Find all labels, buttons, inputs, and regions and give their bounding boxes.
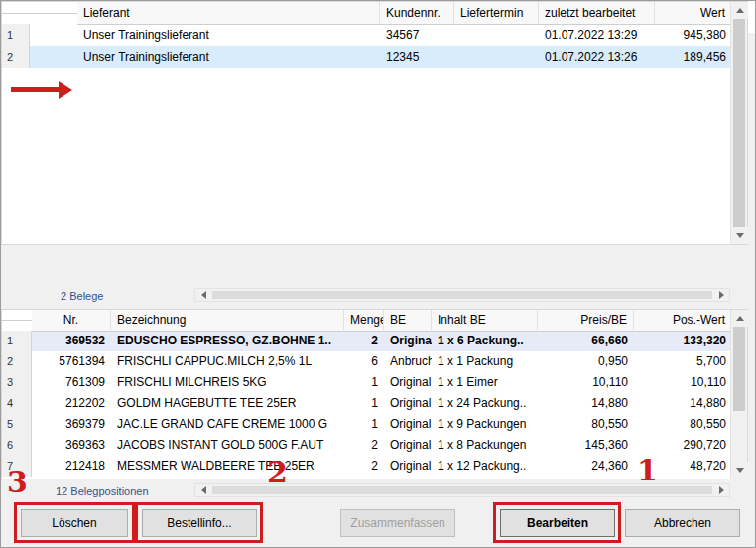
- scroll-down-icon[interactable]: [731, 227, 748, 244]
- positions-vertical-scrollbar[interactable]: [730, 310, 747, 479]
- scroll-up-icon[interactable]: [731, 2, 748, 19]
- orders-table: Lieferant Kundennr. Liefertermin zuletzt…: [1, 1, 748, 245]
- header-marker[interactable]: [30, 13, 77, 14]
- cell-nr: 369379: [32, 414, 111, 435]
- bearbeiten-button[interactable]: Bearbeiten: [500, 509, 615, 537]
- cell-menge: 1: [344, 372, 384, 393]
- annotation-number-3: 3: [7, 468, 28, 497]
- row-number: 5: [2, 414, 32, 435]
- annotation-arrow: [11, 87, 59, 92]
- row-number: 6: [2, 435, 32, 456]
- positions-count-label: 12 Belegpositionen: [56, 485, 149, 497]
- cell-menge: 2: [344, 456, 384, 477]
- cell-preis: 14,880: [538, 393, 634, 414]
- orders-table-header: Lieferant Kundennr. Liefertermin zuletzt…: [2, 2, 747, 24]
- scrollbar-thumb[interactable]: [733, 19, 745, 227]
- cell-preis: 145,360: [538, 435, 634, 456]
- cell-wert: 189,456: [655, 46, 732, 68]
- scrollbar-thumb[interactable]: [733, 327, 745, 411]
- cell-be: Original: [384, 331, 432, 351]
- cell-inhalt: 1 x 9 Packungen: [432, 414, 538, 435]
- cell-bezeichnung: FRISCHLI CAPPUC.MILCH 2,5% 1L: [111, 351, 344, 372]
- cell-poswert: 10,110: [634, 372, 732, 393]
- cell-be: Anbruch: [384, 351, 432, 372]
- cell-lieferant: Unser Trainingslieferant: [77, 46, 380, 68]
- cell-bezeichnung: JACOBS INSTANT GOLD 500G F.AUT: [111, 435, 344, 456]
- cell-menge: 1: [344, 393, 384, 414]
- bestellinfo-button[interactable]: Bestellinfo...: [142, 509, 257, 537]
- header-lieferant[interactable]: Lieferant: [77, 2, 380, 25]
- cell-be: Original: [384, 393, 432, 414]
- cell-preis: 80,550: [538, 414, 634, 435]
- cell-inhalt: 1 x 1 Packung: [432, 351, 538, 372]
- row-number: 3: [2, 372, 32, 393]
- scrollbar-thumb[interactable]: [212, 291, 712, 299]
- cell-be: Original: [384, 435, 432, 456]
- positions-table-header: Nr. Bezeichnung Menge BE Inhalt BE Preis…: [2, 310, 747, 331]
- position-row[interactable]: 2 5761394 FRISCHLI CAPPUC.MILCH 2,5% 1L …: [2, 351, 747, 372]
- cell-kundennr: 12345: [380, 46, 454, 68]
- cell-nr: 761309: [32, 372, 111, 393]
- position-row[interactable]: 6 369363 JACOBS INSTANT GOLD 500G F.AUT …: [2, 435, 747, 456]
- cell-poswert: 14,880: [634, 393, 732, 414]
- position-row[interactable]: 7 212418 MESSMER WALDBEERE TEE 25ER 2 Or…: [2, 456, 747, 477]
- cell-lieferant: Unser Trainingslieferant: [77, 24, 380, 46]
- scroll-left-icon[interactable]: [195, 484, 211, 496]
- scroll-right-icon[interactable]: [713, 484, 729, 496]
- row-number: 2: [2, 46, 30, 68]
- cell-poswert: 5,700: [634, 351, 732, 372]
- cell-be: Original: [384, 456, 432, 477]
- position-row-selected[interactable]: 1 369532 EDUSCHO ESPRESSO, GZ.BOHNE 1.. …: [2, 331, 747, 351]
- scroll-left-icon[interactable]: [195, 289, 211, 301]
- header-liefertermin[interactable]: Liefertermin: [454, 2, 539, 25]
- header-preis-be[interactable]: Preis/BE: [538, 310, 634, 332]
- cell-nr: 212202: [32, 393, 111, 414]
- cell-menge: 2: [344, 435, 384, 456]
- scroll-right-icon[interactable]: [713, 289, 729, 301]
- loeschen-button[interactable]: Löschen: [21, 509, 128, 537]
- cell-bezeichnung: MESSMER WALDBEERE TEE 25ER: [111, 456, 344, 477]
- header-nr[interactable]: Nr.: [32, 310, 111, 332]
- header-blank: [2, 320, 32, 321]
- header-wert[interactable]: Wert: [655, 2, 732, 25]
- header-be[interactable]: BE: [384, 310, 432, 332]
- header-zuletzt-bearbeitet[interactable]: zuletzt bearbeitet: [539, 2, 655, 25]
- cell-inhalt: 1 x 24 Packung..: [432, 393, 538, 414]
- abbrechen-button[interactable]: Abbrechen: [625, 509, 740, 537]
- annotation-arrow-head: [59, 81, 72, 99]
- position-row[interactable]: 5 369379 JAC.LE GRAND CAFE CREME 1000 G …: [2, 414, 747, 435]
- cell-preis: 0,950: [538, 351, 634, 372]
- order-row-selected[interactable]: 2 Unser Trainingslieferant 12345 01.07.2…: [2, 46, 747, 68]
- scroll-up-icon[interactable]: [731, 310, 748, 327]
- cell-bearbeitet: 01.07.2022 13:29: [539, 24, 655, 46]
- cell-bezeichnung: JAC.LE GRAND CAFE CREME 1000 G: [111, 414, 344, 435]
- cell-inhalt: 1 x 8 Packungen: [432, 435, 538, 456]
- row-number: 2: [2, 351, 32, 372]
- cell-bezeichnung: FRISCHLI MILCHREIS 5KG: [111, 372, 344, 393]
- cell-be: Original: [384, 372, 432, 393]
- header-menge[interactable]: Menge: [344, 310, 384, 332]
- zusammenfassen-button: Zusammenfassen: [340, 509, 455, 537]
- cell-menge: 6: [344, 351, 384, 372]
- cell-poswert: 80,550: [634, 414, 732, 435]
- cell-inhalt: 1 x 1 Eimer: [432, 372, 538, 393]
- orders-vertical-scrollbar[interactable]: [730, 2, 747, 244]
- cell-bearbeitet: 01.07.2022 13:26: [539, 46, 655, 68]
- cell-inhalt: 1 x 12 Packung..: [432, 456, 538, 477]
- scroll-down-icon[interactable]: [731, 462, 748, 479]
- header-inhalt-be[interactable]: Inhalt BE: [432, 310, 538, 332]
- header-bezeichnung[interactable]: Bezeichnung: [111, 310, 344, 332]
- order-row[interactable]: 1 Unser Trainingslieferant 34567 01.07.2…: [2, 24, 747, 46]
- header-kundennr[interactable]: Kundennr.: [380, 2, 454, 25]
- annotation-number-1: 1: [637, 456, 658, 485]
- cell-kundennr: 34567: [380, 24, 454, 46]
- cell-inhalt: 1 x 6 Packung..: [432, 331, 538, 351]
- orders-horizontal-scrollbar[interactable]: [194, 288, 730, 302]
- position-row[interactable]: 4 212202 GOLDM HAGEBUTTE TEE 25ER 1 Orig…: [2, 393, 747, 414]
- position-row[interactable]: 3 761309 FRISCHLI MILCHREIS 5KG 1 Origin…: [2, 372, 747, 393]
- cell-preis: 10,110: [538, 372, 634, 393]
- cell-wert: 945,380: [655, 24, 732, 46]
- header-pos-wert[interactable]: Pos.-Wert: [634, 310, 732, 332]
- cell-menge: 2: [344, 331, 384, 351]
- cell-poswert: 133,320: [634, 331, 732, 351]
